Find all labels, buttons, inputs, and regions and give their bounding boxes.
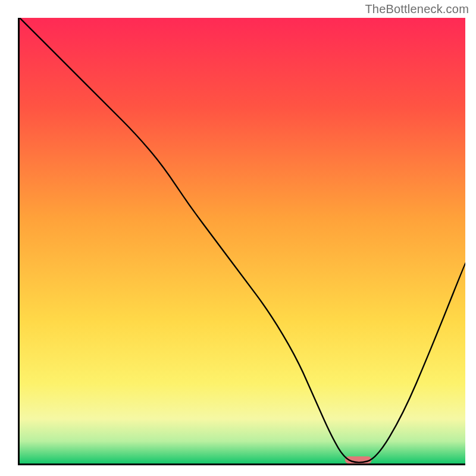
watermark-text: TheBottleneck.com	[365, 2, 469, 16]
bottleneck-chart	[20, 18, 465, 464]
